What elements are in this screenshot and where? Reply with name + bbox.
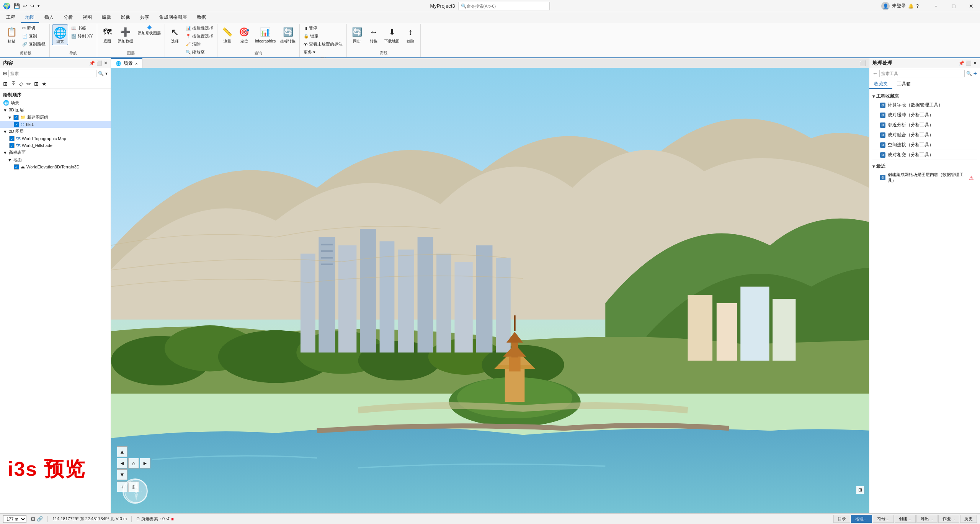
- pencil-tool-icon[interactable]: ✏: [26, 81, 31, 87]
- nav-left-button[interactable]: ◄: [117, 458, 127, 468]
- paste-button[interactable]: 📋 粘贴: [4, 24, 19, 44]
- select-by-attr-button[interactable]: 📊 按属性选择: [184, 24, 215, 32]
- grid-tool-icon[interactable]: ⊞: [34, 81, 39, 87]
- project-favorites-header[interactable]: ▾ 工程收藏夹: [872, 91, 977, 100]
- panel-pin-icon[interactable]: 📌: [89, 60, 95, 66]
- browse-button[interactable]: 🌐 浏览: [52, 24, 68, 45]
- select-button[interactable]: ↖ 选择: [167, 24, 183, 44]
- create-tab[interactable]: 创建…: [895, 515, 916, 523]
- tree-section-3d[interactable]: ▼ 3D 图层: [0, 106, 111, 114]
- quick-access-save[interactable]: 💾: [14, 3, 20, 9]
- copy-path-button[interactable]: 🔗 复制路径: [21, 41, 47, 48]
- compass[interactable]: [122, 478, 148, 504]
- coord-convert-button[interactable]: 🔄 坐标转换: [279, 24, 297, 44]
- measure-button[interactable]: 📏 测量: [220, 24, 235, 44]
- tab-share[interactable]: 共享: [136, 13, 154, 23]
- gp-pin-icon[interactable]: 📌: [959, 60, 964, 66]
- star-tool-icon[interactable]: ★: [42, 81, 47, 87]
- link-icon[interactable]: 🔗: [37, 516, 43, 522]
- close-button[interactable]: ✕: [962, 0, 980, 12]
- tree-item-hillshade[interactable]: ✓ 🗺 World_Hillshade: [0, 142, 111, 149]
- command-search-box[interactable]: 🔍: [458, 2, 550, 10]
- quick-access-undo[interactable]: ↩: [23, 3, 27, 9]
- recent-section-header[interactable]: ▾ 最近: [872, 162, 977, 170]
- panel-close-icon[interactable]: ✕: [104, 60, 108, 66]
- fit-icon[interactable]: ⊞: [31, 516, 35, 522]
- contents-search-input[interactable]: [8, 70, 96, 77]
- tree-item-ground[interactable]: ▼ 地面: [0, 156, 111, 163]
- select-by-loc-button[interactable]: 📍 按位置选择: [184, 33, 215, 40]
- geo-tab[interactable]: 地理…: [851, 515, 872, 523]
- table-tool-icon[interactable]: ⊞: [3, 81, 8, 87]
- map-viewport[interactable]: ▲ ◄ ⌂ ► ▼ + ⊕: [111, 68, 869, 513]
- add-data-button[interactable]: ➕ 添加数据: [116, 24, 135, 44]
- polygon-tool-icon[interactable]: ◇: [19, 81, 23, 87]
- gp-item-spatial-join[interactable]: ⚙ 空间连接（分析工具）: [872, 140, 977, 150]
- add-shape-button[interactable]: 🔷 添加形状图层: [136, 24, 162, 37]
- tree-section-elevation[interactable]: ▼ 高程表面: [0, 149, 111, 156]
- back-icon[interactable]: ←: [872, 70, 878, 77]
- hillshade-checkbox[interactable]: ✓: [9, 143, 15, 148]
- remove-button[interactable]: ↕ 移除: [403, 24, 418, 44]
- world-elev-checkbox[interactable]: ✓: [14, 164, 19, 170]
- hki1-checkbox[interactable]: ✓: [14, 122, 19, 127]
- tab-analysis[interactable]: 分析: [59, 13, 77, 23]
- world-topo-checkbox[interactable]: ✓: [9, 136, 15, 141]
- nav-home-button[interactable]: ⌂: [128, 458, 139, 468]
- pause-button[interactable]: ⏸ 暂停: [302, 24, 344, 32]
- search-settings-icon[interactable]: ▾: [105, 71, 108, 76]
- tree-item-scene[interactable]: 🌐 场景: [0, 99, 111, 106]
- maximize-button[interactable]: □: [945, 0, 962, 12]
- basemap-button[interactable]: 🗺 底图: [100, 24, 115, 44]
- tab-data[interactable]: 数据: [192, 13, 211, 23]
- tab-imagery[interactable]: 影像: [116, 13, 135, 23]
- quick-access-redo[interactable]: ↪: [30, 3, 34, 9]
- show-unplaced-button[interactable]: 👁 查看未放置的标注: [302, 41, 344, 48]
- bookmark-button[interactable]: 📖 书签: [70, 24, 95, 32]
- quick-access-more[interactable]: ▾: [38, 3, 40, 8]
- panel-float-icon[interactable]: ⬜: [96, 60, 102, 66]
- tree-item-layer-group[interactable]: ▼ ✓ 📁 新建图层组: [0, 114, 111, 121]
- gp-item-near-analysis[interactable]: ⚙ 邻近分析（分析工具）: [872, 120, 977, 130]
- cylinder-tool-icon[interactable]: 🗄: [11, 81, 16, 87]
- copy-button[interactable]: 📄 复制: [21, 33, 47, 40]
- gp-item-pair-dissolve[interactable]: ⚙ 成对融合（分析工具）: [872, 130, 977, 140]
- tree-item-world-topo[interactable]: ✓ 🗺 World Topographic Map: [0, 135, 111, 142]
- tree-item-hki1[interactable]: ✓ ⬡ hki1: [0, 121, 111, 128]
- gp-item-create-mesh[interactable]: ⚙ 创建集成网格场景图层内容（数据管理工具） ⚠: [872, 170, 977, 185]
- symbol-tab[interactable]: 符号…: [873, 515, 894, 523]
- gp-add-icon[interactable]: +: [973, 70, 977, 77]
- gp-item-pair-intersect[interactable]: ⚙ 成对相交（分析工具）: [872, 150, 977, 160]
- infographics-button[interactable]: 📊 Infographics: [253, 24, 277, 44]
- map-maximize-icon[interactable]: ⬜: [856, 60, 869, 66]
- history-tab[interactable]: 历史: [960, 515, 977, 523]
- task-tab[interactable]: 作业…: [938, 515, 959, 523]
- gp-float-icon[interactable]: ⬜: [966, 60, 972, 66]
- user-avatar[interactable]: 👤: [881, 2, 890, 10]
- gp-item-pair-buffer[interactable]: ⚙ 成对缓冲（分析工具）: [872, 110, 977, 120]
- geoprocessing-search-input[interactable]: [879, 70, 965, 77]
- cut-button[interactable]: ✂ 剪切: [21, 24, 47, 32]
- more-annotate-button[interactable]: 更多 ▾: [302, 49, 344, 56]
- favorites-tab[interactable]: 收藏夹: [869, 79, 892, 89]
- tab-edit[interactable]: 编辑: [97, 13, 116, 23]
- collapse-right-panel-button[interactable]: ⊞: [856, 486, 864, 494]
- nav-right-button[interactable]: ►: [140, 458, 150, 468]
- refresh-icon[interactable]: ↺: [166, 516, 170, 521]
- export-tab[interactable]: 导出…: [916, 515, 938, 523]
- gp-search-icon[interactable]: 🔍: [966, 71, 972, 76]
- clear-select-button[interactable]: 🧹 清除: [184, 41, 215, 48]
- sync-button[interactable]: 🔄 同步: [349, 24, 364, 44]
- zoom-to-select-button[interactable]: 🔍 缩放至: [184, 49, 215, 56]
- catalog-tab[interactable]: 目录: [833, 515, 850, 523]
- download-map-button[interactable]: ⬇ 下载地图: [383, 24, 401, 44]
- transform-button[interactable]: ↔ 转换: [366, 24, 381, 44]
- tab-insert[interactable]: 插入: [40, 13, 58, 23]
- stop-icon[interactable]: ■: [171, 517, 174, 521]
- tab-map[interactable]: 地图: [21, 13, 39, 23]
- lock-button[interactable]: 🔒 锁定: [302, 33, 344, 40]
- tab-mesh-layer[interactable]: 集成网格图层: [155, 13, 191, 23]
- minimize-button[interactable]: －: [927, 0, 945, 12]
- layer-group-checkbox[interactable]: ✓: [13, 115, 19, 120]
- help-icon[interactable]: ?: [916, 3, 919, 9]
